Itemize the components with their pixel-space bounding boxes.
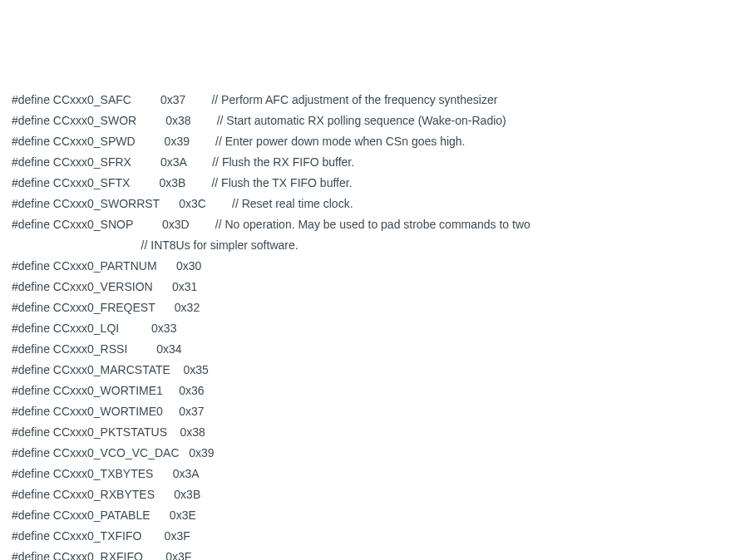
code-line: #define CCxxx0_SFTX 0x3B // Flush the TX… — [12, 176, 353, 189]
code-line: #define CCxxx0_WORTIME0 0x37 — [12, 405, 205, 418]
code-line: #define CCxxx0_PKTSTATUS 0x38 — [12, 425, 205, 439]
code-line: #define CCxxx0_VCO_VC_DAC 0x39 — [12, 446, 215, 459]
code-line: #define CCxxx0_SWORRST 0x3C // Reset rea… — [12, 197, 353, 210]
code-line: #define CCxxx0_RXFIFO 0x3F — [12, 550, 191, 560]
code-line: #define CCxxx0_FREQEST 0x32 — [12, 301, 200, 314]
code-line: #define CCxxx0_PATABLE 0x3E — [12, 508, 196, 522]
code-line: #define CCxxx0_MARCSTATE 0x35 — [12, 363, 209, 376]
code-line: #define CCxxx0_WORTIME1 0x36 — [12, 384, 205, 397]
code-line: #define CCxxx0_SNOP 0x3D // No operation… — [12, 218, 530, 231]
code-line: #define CCxxx0_RXBYTES 0x3B — [12, 488, 200, 501]
code-line: // INT8Us for simpler software. — [12, 238, 298, 252]
code-line: #define CCxxx0_SFRX 0x3A // Flush the RX… — [12, 155, 354, 169]
code-line: #define CCxxx0_PARTNUM 0x30 — [12, 259, 201, 273]
code-line: #define CCxxx0_TXFIFO 0x3F — [12, 529, 190, 543]
code-line: #define CCxxx0_RSSI 0x34 — [12, 342, 182, 356]
code-line: #define CCxxx0_LQI 0x33 — [12, 322, 176, 335]
code-line: #define CCxxx0_SAFC 0x37 // Perform AFC … — [12, 93, 497, 106]
code-line: #define CCxxx0_SWOR 0x38 // Start automa… — [12, 114, 506, 127]
code-line: #define CCxxx0_SPWD 0x39 // Enter power … — [12, 135, 466, 148]
code-line: #define CCxxx0_TXBYTES 0x3A — [12, 467, 200, 480]
code-block: #define CCxxx0_SAFC 0x37 // Perform AFC … — [12, 90, 728, 560]
code-line: #define CCxxx0_VERSION 0x31 — [12, 280, 197, 293]
